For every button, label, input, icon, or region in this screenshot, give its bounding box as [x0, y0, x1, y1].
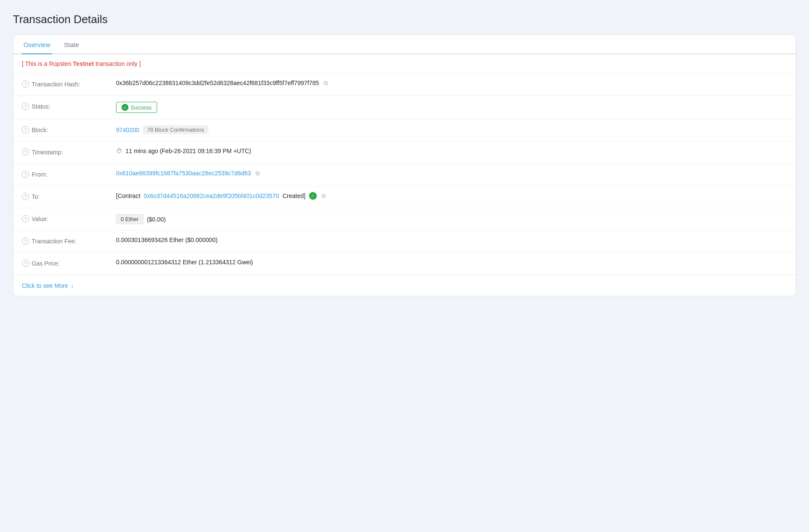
help-icon-timestamp[interactable]: ? [22, 148, 29, 156]
copy-from-address-icon[interactable]: ⧉ [254, 170, 261, 177]
success-check-icon: ✓ [122, 104, 128, 111]
tab-state[interactable]: State [62, 35, 81, 54]
value-from: 0x610ae88399fc1687fa7530aac28ec2539c7d6d… [116, 170, 787, 177]
value-timestamp: ⏱ 11 mins ago (Feb-26-2021 09:16:39 PM +… [116, 148, 787, 154]
row-transaction-hash: ? Transaction Hash: 0x36b257d06c22388314… [13, 74, 796, 96]
timestamp-text: 11 mins ago (Feb-26-2021 09:16:39 PM +UT… [125, 148, 251, 154]
help-icon-value[interactable]: ? [22, 215, 29, 222]
row-transaction-fee: ? Transaction Fee: 0.00030136693426 Ethe… [13, 231, 796, 253]
row-status: ? Status: ✓ Success [13, 96, 796, 119]
tabs-bar: Overview State [13, 35, 796, 54]
label-block: ? Block: [22, 125, 116, 133]
transaction-fee-text: 0.00030136693426 Ether ($0.000000) [116, 236, 217, 243]
help-icon-transaction-hash[interactable]: ? [22, 80, 29, 88]
gas-price-text: 0.000000001213364312 Ether (1.213364312 … [116, 259, 253, 266]
status-text: Success [131, 104, 152, 111]
click-more-arrow-icon: ↓ [71, 282, 74, 289]
from-address-link[interactable]: 0x610ae88399fc1687fa7530aac28ec2539c7d6d… [116, 170, 251, 177]
row-block: ? Block: 9740200 78 Block Confirmations [13, 119, 796, 142]
clock-icon: ⏱ [116, 148, 122, 154]
tab-overview[interactable]: Overview [22, 35, 52, 54]
help-icon-status[interactable]: ? [22, 103, 29, 110]
contract-verified-icon: ✓ [309, 192, 317, 200]
testnet-banner: [ This is a Ropsten Testnet transaction … [13, 54, 796, 74]
status-badge: ✓ Success [116, 102, 157, 113]
row-value: ? Value: 0 Ether ($0.00) [13, 208, 796, 231]
transaction-details-card: Overview State [ This is a Ropsten Testn… [13, 35, 796, 296]
value-block: 9740200 78 Block Confirmations [116, 125, 787, 134]
row-gas-price: ? Gas Price: 0.000000001213364312 Ether … [13, 253, 796, 275]
value-transaction-fee: 0.00030136693426 Ether ($0.000000) [116, 236, 787, 243]
ether-badge: 0 Ether [116, 214, 143, 224]
click-more-label: Click to see More [22, 282, 68, 289]
label-value: ? Value: [22, 214, 116, 222]
usd-value: ($0.00) [147, 216, 166, 223]
help-icon-block[interactable]: ? [22, 126, 29, 133]
block-number-link[interactable]: 9740200 [116, 127, 140, 133]
value-to: [Contract 0x6cd7d44516a20882cea2de9f205b… [116, 192, 787, 200]
row-timestamp: ? Timestamp: ⏱ 11 mins ago (Feb-26-2021 … [13, 142, 796, 164]
row-to: ? To: [Contract 0x6cd7d44516a20882cea2de… [13, 186, 796, 208]
page-title: Transaction Details [13, 13, 796, 26]
label-transaction-fee: ? Transaction Fee: [22, 236, 116, 245]
help-icon-transaction-fee[interactable]: ? [22, 237, 29, 245]
contract-prefix: [Contract [116, 192, 140, 199]
label-from: ? From: [22, 170, 116, 178]
click-to-see-more[interactable]: Click to see More ↓ [13, 275, 796, 296]
value-gas-price: 0.000000001213364312 Ether (1.213364312 … [116, 259, 787, 266]
help-icon-from[interactable]: ? [22, 171, 29, 178]
contract-suffix: Created] [283, 192, 306, 199]
value-value: 0 Ether ($0.00) [116, 214, 787, 224]
label-timestamp: ? Timestamp: [22, 148, 116, 156]
testnet-highlight: Testnet [73, 60, 94, 67]
copy-transaction-hash-icon[interactable]: ⧉ [322, 80, 329, 86]
help-icon-to[interactable]: ? [22, 193, 29, 200]
label-to: ? To: [22, 192, 116, 200]
copy-contract-address-icon[interactable]: ⧉ [320, 192, 327, 199]
transaction-hash-text: 0x36b257d06c2238831409c3dd2fe52d6328aec4… [116, 80, 319, 86]
label-status: ? Status: [22, 102, 116, 110]
label-transaction-hash: ? Transaction Hash: [22, 80, 116, 88]
confirmations-badge: 78 Block Confirmations [143, 125, 209, 134]
help-icon-gas-price[interactable]: ? [22, 260, 29, 267]
value-transaction-hash: 0x36b257d06c2238831409c3dd2fe52d6328aec4… [116, 80, 787, 86]
contract-address-link[interactable]: 0x6cd7d44516a20882cea2de9f205bf401c0d235… [144, 192, 279, 199]
label-gas-price: ? Gas Price: [22, 259, 116, 267]
value-status: ✓ Success [116, 102, 787, 113]
row-from: ? From: 0x610ae88399fc1687fa7530aac28ec2… [13, 164, 796, 186]
